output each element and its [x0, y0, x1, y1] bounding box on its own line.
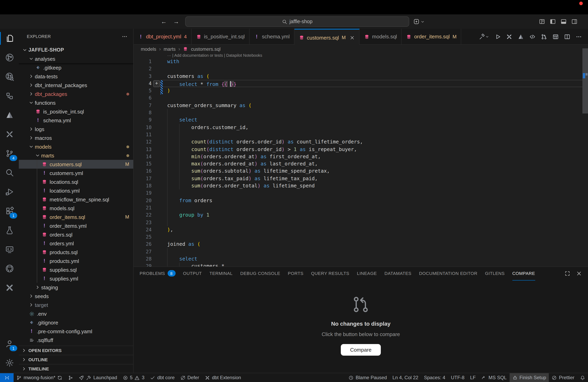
explorer-item-marts[interactable]: marts [19, 151, 133, 160]
status-cursor-position[interactable]: Ln 4, Col 22 [390, 373, 421, 382]
explorer-item-jaffle-shop[interactable]: JAFFLE-SHOP [19, 46, 133, 54]
explorer-item-analyses[interactable]: analyses [19, 54, 133, 63]
explorer-item-is-positive-int-sql[interactable]: is_positive_int.sql [19, 107, 133, 116]
explorer-item-supplies-yml[interactable]: !supplies.yml [19, 274, 133, 283]
activity-dbt-view[interactable] [0, 105, 19, 125]
panel-tab-documentation-editor[interactable]: DOCUMENTATION EDITOR [419, 267, 477, 280]
status-notifications[interactable] [577, 373, 588, 382]
code-line-7[interactable]: 7customer_orders_summary as ( [134, 102, 588, 109]
explorer-item-gitkeep[interactable]: .gitkeep [19, 63, 133, 72]
panel-tab-ports[interactable]: PORTS [288, 267, 303, 280]
section-open-editors[interactable]: OPEN EDITORS [19, 346, 133, 355]
breadcrumb-item-models[interactable]: models [141, 46, 156, 52]
explorer-item-orders-yml[interactable]: !orders.yml [19, 239, 133, 248]
explorer-item-schema-yml[interactable]: !schema.yml [19, 116, 133, 125]
code-line-24[interactable]: 24), [134, 226, 588, 233]
status-blame-status[interactable]: Blame Paused [346, 373, 390, 382]
explorer-item-customers-sql[interactable]: customers.sqlM [19, 160, 133, 169]
tab-customers-sql[interactable]: customers.sqlM [294, 29, 360, 46]
explorer-item-order-items-sql[interactable]: order_items.sqlM [19, 212, 133, 221]
code-line-9[interactable]: 9 select [134, 116, 588, 124]
code-line-6[interactable]: 6 [134, 95, 588, 102]
code-line-28[interactable]: 28 select [134, 255, 588, 263]
status-launchpad[interactable]: Launchpad [76, 373, 120, 382]
activity-source-control[interactable]: 4 [0, 144, 19, 163]
code-line-18[interactable]: 18 sum(orders.order_total) as lifetime_s… [134, 182, 588, 190]
activity-flow-view[interactable] [0, 86, 19, 105]
activity-remote-explorer[interactable] [0, 240, 19, 259]
explorer-item-seeds[interactable]: seeds [19, 292, 133, 301]
code-line-20[interactable]: 20 from orders [134, 197, 588, 204]
explorer-item-products-sql[interactable]: products.sql [19, 248, 133, 257]
back-icon[interactable]: ← [161, 18, 167, 25]
explorer-item-gitignore[interactable]: .gitignore [19, 318, 133, 327]
explorer-item-orders-sql[interactable]: orders.sql [19, 230, 133, 239]
compare-button[interactable]: Compare [341, 344, 381, 356]
status-language-mode[interactable]: MS SQL [479, 373, 510, 382]
explorer-item-data-tests[interactable]: data-tests [19, 72, 133, 81]
code-line-22[interactable]: 22 group by 1 [134, 211, 588, 219]
scrollbar-thumb[interactable] [582, 48, 588, 114]
activity-dbt-power-user[interactable] [0, 125, 19, 144]
git-pull-request-button[interactable] [541, 33, 547, 40]
explorer-item-locations-sql[interactable]: locations.sql [19, 177, 133, 186]
maximize-panel-icon[interactable] [564, 270, 570, 277]
panel-tab-query-results[interactable]: QUERY RESULTS [311, 267, 349, 280]
status-remote-indicator[interactable] [0, 373, 14, 382]
explorer-item-dbt-internal-packages[interactable]: dbt_internal_packages [19, 81, 133, 90]
explorer-item-customers-yml[interactable]: !customers.yml [19, 169, 133, 177]
activity-extensions[interactable]: 1 [0, 201, 19, 221]
explorer-item-metricflow-time-spine-sql[interactable]: metricflow_time_spine.sql [19, 195, 133, 204]
code-line-3[interactable]: 3customers as ( [134, 73, 588, 80]
explorer-item-locations-yml[interactable]: !locations.yml [19, 186, 133, 195]
tab-models-sql[interactable]: models.sql [360, 29, 402, 44]
status-git-branch[interactable]: mwong-fusion* [14, 373, 65, 382]
forward-icon[interactable]: → [173, 18, 179, 25]
close-panel-icon[interactable] [576, 270, 582, 277]
explorer-item-target[interactable]: target [19, 301, 133, 309]
code-line-11[interactable]: 11 [134, 131, 588, 138]
status-finish-setup[interactable]: Finish Setup [509, 373, 549, 382]
explorer-item-macros[interactable]: macros [19, 134, 133, 142]
code-line-14[interactable]: 14 min(orders.ordered_at) as first_order… [134, 153, 588, 160]
status-commit-graph[interactable] [65, 373, 76, 382]
explorer-item-logs[interactable]: logs [19, 125, 133, 134]
activity-run-and-debug[interactable] [0, 182, 19, 201]
explorer-item-functions[interactable]: functions [19, 98, 133, 107]
breadcrumb-item-file[interactable]: customers.sql [191, 46, 221, 52]
tab-schema-yml[interactable]: !schema.yml [249, 29, 294, 44]
more-actions-icon[interactable] [122, 33, 127, 39]
section-timeline[interactable]: TIMELINE [19, 364, 133, 373]
activity-accounts[interactable]: 1 [0, 334, 19, 353]
customize-layout-icon[interactable] [539, 18, 545, 25]
more-actions-button[interactable] [576, 33, 582, 40]
code-line-21[interactable]: 21 [134, 204, 588, 211]
activity-pinwheel-extension[interactable] [0, 278, 19, 297]
code-line-5[interactable]: 5) [134, 87, 588, 95]
status-eol[interactable]: LF [467, 373, 478, 382]
editor-scrollbar[interactable] [582, 45, 588, 267]
code-line-25[interactable]: 25 [134, 233, 588, 241]
activity-search[interactable] [0, 163, 19, 182]
dbt-build-button[interactable] [479, 33, 489, 40]
panel-tab-output[interactable]: OUTPUT [183, 267, 202, 280]
toggle-panel-icon[interactable] [560, 18, 567, 25]
code-line-15[interactable]: 15 max(orders.ordered_at) as last_ordere… [134, 160, 588, 168]
run-query-button[interactable] [494, 33, 501, 40]
code-line-12[interactable]: 12 count(distinct orders.order_id) as co… [134, 138, 588, 146]
code-line-13[interactable]: 13 count(distinct orders.order_id) > 1 a… [134, 146, 588, 153]
split-editor-button[interactable] [564, 33, 570, 40]
code-line-8[interactable]: 8 [134, 109, 588, 116]
code-editor[interactable]: models›marts›customers.sql ··· | Add doc… [134, 45, 588, 267]
explorer-item-models-sql[interactable]: models.sql [19, 204, 133, 212]
activity-commit-search[interactable] [0, 67, 19, 86]
explorer-item-sqlfluff[interactable]: .sqlfluff [19, 336, 133, 344]
tab-order-items-sql[interactable]: order_items.sqlM [402, 29, 462, 44]
dbt-action-button[interactable] [518, 33, 524, 40]
tab-dbt-project-yml[interactable]: !dbt_project.yml4 [134, 29, 192, 44]
explorer-item-env[interactable]: .env [19, 309, 133, 318]
panel-tab-lineage[interactable]: LINEAGE [357, 267, 377, 280]
breadcrumb-item-marts[interactable]: marts [164, 46, 176, 52]
explorer-item-models[interactable]: models [19, 142, 133, 151]
dbt-power-user-action-button[interactable] [506, 33, 512, 40]
